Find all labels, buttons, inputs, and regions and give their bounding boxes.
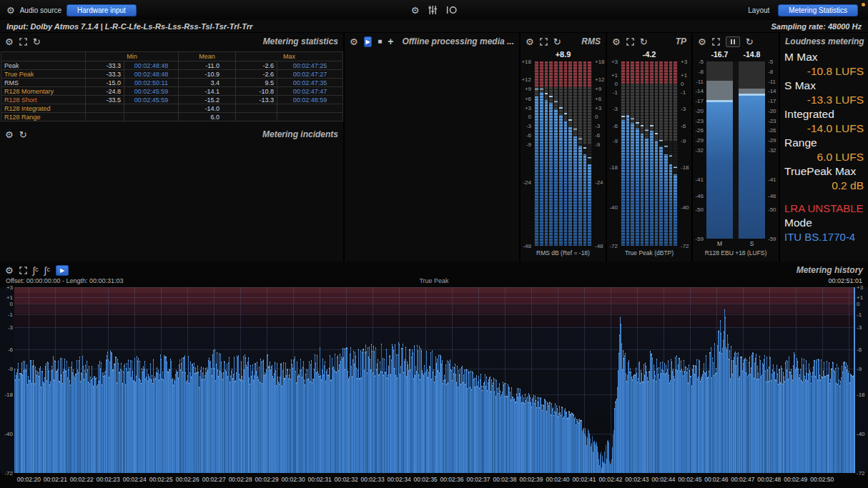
stats-reset-icon[interactable]: ↻ [33,37,41,46]
rms-meter: +18+12+9+6+30-3-6-9-24-48+18+12+9+6+30-3… [521,61,606,246]
stats-fullscreen-icon[interactable] [19,38,27,46]
loudness-scale-left: -5-8-11-14-17-20-23-26-29-32-41-46-50-59 [693,61,705,239]
stats-max-time: 00:02:48:59 [277,96,343,104]
layout-label[interactable]: Layout [748,6,769,14]
history-series-label: True Peak [419,277,448,284]
hardware-input-button[interactable]: Hardware input [66,4,137,16]
history-tick-label-right: +1 [857,294,867,300]
meter-tick-label: -6 [526,132,531,139]
rms-reset-icon[interactable]: ↻ [553,37,561,46]
history-play-button[interactable]: ▶ [56,265,69,276]
meter-channel [540,61,543,246]
history-tick-label-left: +1 [2,294,13,300]
loudness-pause-button[interactable] [726,36,740,47]
stats-mean-value: 3.4 [179,79,236,87]
loudness-bar-column [706,61,733,239]
history-auto-length-icon[interactable]: ∫ᶜ [44,266,50,275]
meter-tick-label: -24 [595,179,603,185]
meter-channel [650,61,654,246]
rms-gear-icon[interactable]: ⚙ [526,37,534,46]
offline-gear-icon[interactable]: ⚙ [350,37,358,46]
history-tick-label-left: -1 [2,311,13,317]
loudness-tick-label: -17 [695,98,704,104]
stats-row-label: R128 Integrated [1,104,86,113]
meter-led-stripes [535,61,538,246]
stats-row-label: True Peak [1,70,86,79]
stats-mean-value: -10.9 [179,70,236,79]
audio-source-gear-icon[interactable]: ⚙ [6,6,15,15]
history-auto-offset-icon[interactable]: ∫ᶜ [33,266,39,275]
loudness-gear-icon[interactable]: ⚙ [698,37,706,46]
stats-gear-icon[interactable]: ⚙ [5,37,14,46]
loudness-tick-label: -11 [768,78,776,84]
meter-led-stripes [655,61,659,246]
history-waveform-canvas[interactable] [14,287,855,473]
meter-channel [588,61,591,246]
loudness-bar-column [739,61,765,239]
history-time-label: 00:02:35 [414,476,438,483]
stats-row-label: R128 Momentary [1,87,86,96]
settings-gear-icon[interactable]: ⚙ [411,6,420,15]
stats-min-value: -33.3 [86,70,124,79]
meter-led-stripes [636,61,639,246]
meter-led-stripes [588,61,591,246]
history-gear-icon[interactable]: ⚙ [5,266,14,275]
loudness-fullscreen-icon[interactable] [712,38,720,46]
meter-scale-left: +3+10-1-3-6-9-18-40-72 [607,61,619,246]
loudness-bottom-label: R128 EBU +18 (LUFS) [693,249,779,257]
history-fullscreen-icon[interactable] [19,267,27,274]
offline-add-icon[interactable]: + [388,36,393,46]
stats-min-time: 00:02:48:48 [124,61,179,70]
tp-reset-icon[interactable]: ↻ [640,37,648,46]
rms-bottom-label: RMS dB (Ref = -18) [521,249,606,257]
rms-fullscreen-icon[interactable] [540,38,548,46]
stats-min-value [86,104,124,113]
stats-mean-value: -14.0 [179,104,236,113]
history-time-label: 00:02:29 [255,476,279,483]
history-time-label: 00:02:34 [388,476,411,483]
mode-value: ITU BS.1770-4 [784,230,864,244]
loudness-tick-label: -14 [695,88,704,94]
history-time-label: 00:02:25 [149,476,173,483]
meter-scale-right: +18+12+9+6+30-3-6-9-24-48 [593,61,606,246]
rms-panel-header: ⚙ ↻ RMS [521,33,606,50]
loudness-scale-right: -5-8-11-14-17-20-23-26-29-32-41-46-50-59 [766,61,779,239]
stats-min-value: -15.0 [86,79,124,87]
stats-min-value [86,113,124,121]
meter-led-stripes [578,61,582,246]
stats-row-label: R128 Range [1,113,86,121]
offline-stop-icon[interactable]: ■ [378,38,382,45]
tp-panel-header: ⚙ ↻ TP [607,33,691,50]
meter-tick-label: -6 [681,123,686,129]
history-tick-label-left: +3 [2,284,13,291]
stats-max-time: 00:02:47:35 [277,79,343,87]
history-tick-label-left: -6 [2,347,13,353]
topbar-right-tools: Layout Metering Statistics [748,4,858,16]
loudness-meter: -5-8-11-14-17-20-23-26-29-32-41-46-50-59… [693,61,779,239]
meter-tick-label: -9 [613,137,618,144]
tp-gear-icon[interactable]: ⚙ [612,37,621,46]
history-time-label: 00:02:33 [361,476,385,483]
meter-led-stripes [568,61,572,246]
incidents-gear-icon[interactable]: ⚙ [5,130,14,139]
rms-meter-panel: ⚙ ↻ RMS +8.9 +18+12+9+6+30-3-6-9-24-48+1… [521,33,606,262]
meter-bars [534,61,592,246]
loudness-tick-label: -8 [768,68,773,74]
tp-fullscreen-icon[interactable] [626,38,634,46]
io-icon[interactable] [445,6,457,14]
meter-channel [621,61,625,246]
incidents-reset-icon[interactable]: ↻ [19,130,27,139]
history-tick-label-right: 0 [857,301,867,307]
loudness-tick-label: -32 [695,147,704,154]
stats-max-time: 00:02:47:47 [277,87,343,96]
mixer-icon[interactable] [428,6,437,14]
loudness-channel-labels: MS [706,240,765,247]
loudness-reset-icon[interactable]: ↻ [746,37,754,46]
meter-tick-label: -3 [526,123,531,129]
stats-max-time [277,104,343,113]
offline-play-button[interactable]: ▶ [364,36,373,47]
meter-tick-label: -3 [613,105,618,111]
meter-led-stripes [545,61,548,246]
metering-statistics-button[interactable]: Metering Statistics [778,4,858,16]
loudness-readout-value: -14.0 LUFS [784,121,864,136]
